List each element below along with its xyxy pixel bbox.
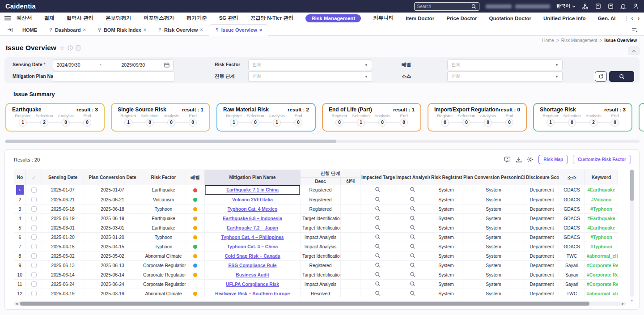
col-plan-conversion-pic[interactable]: Plan Conversion PersonInCharge [462,170,525,185]
row-number[interactable]: › [14,185,26,195]
magnifier-icon[interactable] [410,196,415,202]
menu-item-item[interactable]: 커뮤니티 [373,15,394,21]
magnifier-icon[interactable] [375,262,381,268]
menu-item-item-doctor[interactable]: Item Doctor [406,16,434,21]
search-icon[interactable] [471,4,476,9]
magnifier-icon[interactable] [410,206,415,212]
row-checkbox[interactable] [31,197,37,202]
summary-scrollbar[interactable] [5,140,640,143]
row-checkbox[interactable] [31,244,37,249]
menu-scroll-left-icon[interactable]: ‹ [631,15,633,21]
org-network-icon[interactable] [582,3,589,10]
menu-item-item[interactable]: 협력사 관리 [67,15,94,21]
download-icon[interactable] [516,157,522,163]
info-icon[interactable] [68,45,73,51]
risk-map-button[interactable]: Risk Map [538,155,568,164]
magnifier-icon[interactable] [375,196,381,202]
mitigation-plan-link[interactable]: UFLPA Compliance Risk [226,282,279,287]
magnifier-icon[interactable] [410,253,415,259]
mitigation-plan-link[interactable]: Volcano 2VEI Italia [232,197,273,202]
tab-risk-overview[interactable]: Risk Overview× [152,24,209,35]
menu-item-unified-price-info[interactable]: Unified Price Info [543,16,586,21]
col-risk-factor[interactable]: Risk Factor [141,170,186,185]
manual-document-icon[interactable] [76,45,80,51]
magnifier-icon[interactable] [410,187,415,192]
menu-item-item[interactable]: 예산서 [17,15,32,21]
col-keyword[interactable]: Keyword [585,170,618,185]
scroll-down-icon[interactable]: ▼ [630,299,634,302]
col-stage-status[interactable]: 상태 [341,178,360,185]
col-disclosure-scope[interactable]: Disclosure Scope [525,170,559,185]
global-search-input[interactable] [417,4,471,9]
row-checkbox[interactable] [31,272,37,277]
menu-item-item[interactable]: 평가기준 [186,15,207,21]
feedback-icon[interactable] [504,156,511,163]
menu-item-item[interactable]: 퍼포먼스평가 [144,15,174,21]
hamburger-icon[interactable] [4,14,11,22]
row-checkbox[interactable] [31,206,37,212]
tab-close-icon[interactable]: × [200,27,203,32]
close-all-tabs-icon[interactable] [629,24,640,35]
row-checkbox[interactable] [31,263,37,268]
mitigation-plan-link[interactable]: Earthquake 7.1 in China [226,187,279,192]
mitigation-plan-name-input[interactable] [57,74,170,79]
risk-factor-select[interactable]: 전체▼ [248,60,372,70]
scroll-right-icon[interactable]: ▶ [620,302,626,306]
tab-close-icon[interactable]: × [144,27,146,32]
reset-button[interactable] [595,71,607,82]
row-checkbox[interactable] [31,253,37,259]
col-no[interactable]: No [14,170,26,185]
mitigation-plan-link[interactable]: Typhoon Cat. 4 Mexico [228,207,277,212]
magnifier-icon[interactable] [410,234,415,240]
tab-dashboard[interactable]: Dashboard× [43,24,92,35]
magnifier-icon[interactable] [375,253,381,259]
sidebar-expand-icon[interactable] [4,24,17,35]
memo-icon[interactable] [608,3,614,9]
mitigation-plan-link[interactable]: Typhoon Cat. 4 – Philippines [221,235,284,240]
col-mitigation-plan-name[interactable]: Mitigation Plan Name [205,170,301,185]
magnifier-icon[interactable] [410,272,415,277]
customize-risk-factor-button[interactable]: Customize Risk Factor [573,155,631,164]
row-checkbox[interactable] [31,216,37,221]
col-impacted-target[interactable]: Impacted Target [360,170,395,185]
menu-item-risk-management[interactable]: Risk Management [305,14,361,22]
tab-home[interactable]: HOME [17,24,43,35]
magnifier-icon[interactable] [375,225,381,230]
row-checkbox[interactable] [31,281,37,287]
row-checkbox[interactable] [31,225,37,230]
table-vertical-scroll-thumb[interactable] [630,170,634,201]
mitigation-plan-link[interactable]: Earthquake 7.2 – Japan [227,226,278,230]
col-source[interactable]: 소스 [559,170,585,185]
menu-item-item[interactable]: 결재 [44,15,55,21]
search-button[interactable] [609,71,634,82]
menu-item-quotation-doctor[interactable]: Quotation Doctor [489,16,532,21]
language-selector[interactable]: 한국어 [556,3,576,9]
magnifier-icon[interactable] [375,234,381,240]
selected-row-chevron-icon[interactable]: › [16,185,24,195]
level-select[interactable]: 전체▼ [447,60,563,70]
col-plan-conversion-date[interactable]: Plan Conversion Date [84,170,141,185]
table-vertical-scrollbar[interactable]: ▼ [630,170,634,297]
magnifier-icon[interactable] [375,206,381,212]
magnifier-icon[interactable] [410,290,415,296]
mitigation-plan-link[interactable]: ESG Compliance Rule [228,263,276,268]
col-sensing-date[interactable]: Sensing Date [42,170,84,185]
magnifier-icon[interactable] [410,215,415,221]
sensing-date-range-input[interactable]: 2024/09/30 ~ 2025/09/30 [53,60,174,70]
magnifier-icon[interactable] [410,281,415,287]
stage-select[interactable]: 전체▼ [248,71,372,82]
mitigation-plan-link[interactable]: Typhoon Cat. 4 – China [227,244,278,249]
row-checkbox[interactable] [31,234,37,240]
magnifier-icon[interactable] [375,272,381,277]
tab-bom-risk-index[interactable]: BOM Risk Index× [92,24,152,35]
magnifier-icon[interactable] [410,243,415,249]
menu-item-price-doctor[interactable]: Price Doctor [446,16,477,21]
table-horizontal-scroll-thumb[interactable] [20,302,589,306]
scroll-left-icon[interactable]: ◀ [14,302,19,306]
menu-scroll-right-icon[interactable]: › [638,15,640,21]
mitigation-plan-link[interactable]: Heatwave Risk – Southern Europe [215,291,290,296]
magnifier-icon[interactable] [375,243,381,249]
row-checkbox[interactable] [31,291,37,296]
menu-item-sg[interactable]: SG 관리 [219,15,238,21]
favorite-star-icon[interactable]: ☆ [59,45,65,51]
